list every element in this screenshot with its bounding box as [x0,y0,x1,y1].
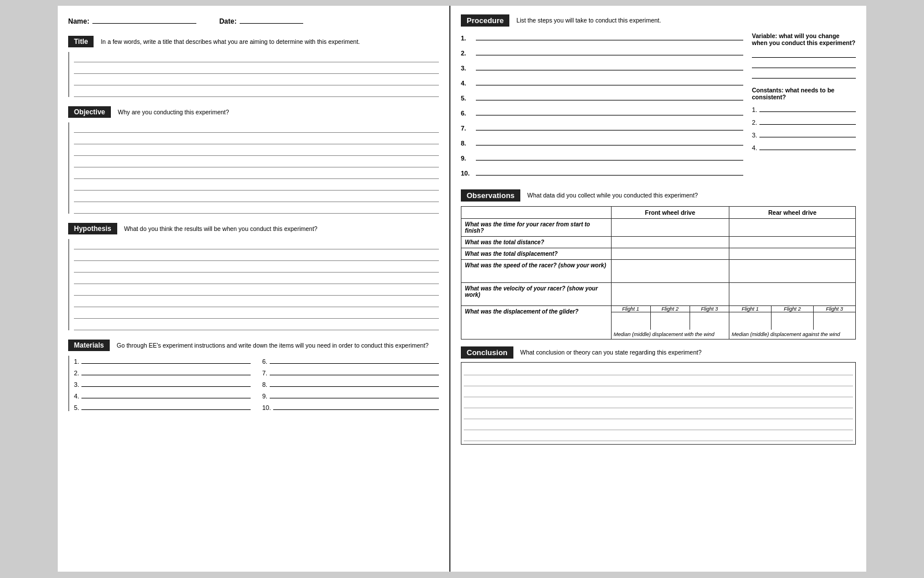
const-input-2[interactable] [759,117,856,125]
materials-input-3[interactable] [81,379,251,387]
step-input-8[interactable] [476,137,743,146]
flight-r2: Flight 2 [772,306,814,312]
obs-front-1[interactable] [611,219,729,237]
step-input-2[interactable] [476,47,743,55]
obs-rear-3[interactable] [729,248,856,260]
step-input-9[interactable] [476,152,743,161]
glider-front-f2[interactable] [651,312,690,330]
step-input-10[interactable] [476,167,743,176]
materials-item-2: 2. [74,367,251,376]
objective-instruction: Why are you conducting this experiment? [118,106,229,117]
conclusion-line[interactable] [464,431,853,441]
step-input-7[interactable] [476,122,743,130]
materials-num-4: 4. [74,393,79,400]
left-panel: Name: Date: Title In a few words, write … [58,6,450,572]
objective-writing-lines [68,122,439,214]
materials-num-2: 2. [74,370,79,376]
materials-item-9: 9. [262,390,439,400]
writing-line[interactable] [74,274,439,284]
writing-line[interactable] [74,157,439,167]
step-input-4[interactable] [476,77,743,85]
step-input-6[interactable] [476,107,743,115]
materials-item-7: 7. [262,367,439,376]
writing-line[interactable] [74,251,439,261]
obs-front-3[interactable] [611,248,729,260]
const-input-1[interactable] [759,104,856,112]
constants-section: Constants: what needs to be consistent? … [752,87,856,151]
obs-rear-5[interactable] [729,283,856,306]
step-input-1[interactable] [476,32,743,40]
var-input-2[interactable] [752,60,856,68]
writing-line[interactable] [74,239,439,249]
step-input-5[interactable] [476,92,743,100]
materials-input-8[interactable] [270,379,439,387]
var-input-3[interactable] [752,70,856,79]
glider-rear-f3[interactable] [814,312,855,330]
date-input-line[interactable] [240,23,303,24]
date-label: Date: [219,17,237,25]
conclusion-line[interactable] [464,365,853,375]
writing-line[interactable] [74,297,439,307]
conclusion-line[interactable] [464,398,853,408]
writing-line[interactable] [74,169,439,179]
writing-line[interactable] [74,262,439,273]
step-num-1: 1. [461,35,472,42]
obs-rear-2[interactable] [729,237,856,248]
writing-line[interactable] [74,52,439,62]
procedure-step-4: 4. [461,77,743,87]
step-num-7: 7. [461,125,472,132]
materials-num-7: 7. [262,370,267,376]
materials-input-9[interactable] [270,390,439,398]
observations-table: Front wheel drive Rear wheel drive What … [461,206,856,340]
materials-input-10[interactable] [273,402,439,410]
step-num-3: 3. [461,65,472,72]
var-input-1[interactable] [752,50,856,58]
materials-input-2[interactable] [81,367,251,375]
conclusion-line[interactable] [464,376,853,386]
const-num-1: 1. [752,106,757,113]
name-input-line[interactable] [92,23,196,24]
obs-front-5[interactable] [611,283,729,306]
step-input-3[interactable] [476,62,743,70]
materials-item-5: 5. [74,402,251,411]
obs-front-4[interactable] [611,260,729,283]
const-input-4[interactable] [759,142,856,150]
writing-line[interactable] [74,180,439,191]
writing-line[interactable] [74,320,439,330]
obs-label-4: What was the speed of the racer? (show y… [461,260,612,283]
const-item-1: 1. [752,104,856,113]
name-date-row: Name: Date: [68,17,439,25]
writing-line[interactable] [74,285,439,296]
obs-rear-4[interactable] [729,260,856,283]
writing-line[interactable] [74,146,439,156]
name-label: Name: [68,17,90,25]
glider-front-f1[interactable] [612,312,651,330]
writing-line[interactable] [74,122,439,133]
materials-input-5[interactable] [81,402,251,410]
glider-rear-f1[interactable] [729,312,772,330]
glider-rear-f2[interactable] [772,312,814,330]
glider-front-f3[interactable] [690,312,729,330]
const-input-3[interactable] [759,129,856,137]
writing-line[interactable] [74,64,439,74]
obs-rear-1[interactable] [729,219,856,237]
conclusion-line[interactable] [464,420,853,430]
step-num-4: 4. [461,80,472,87]
writing-line[interactable] [74,308,439,319]
obs-front-2[interactable] [611,237,729,248]
const-num-2: 2. [752,119,757,126]
conclusion-line[interactable] [464,387,853,397]
materials-input-4[interactable] [81,390,251,398]
materials-input-6[interactable] [270,356,439,364]
writing-line[interactable] [74,75,439,85]
writing-line[interactable] [74,192,439,202]
writing-line[interactable] [74,87,439,97]
materials-input-1[interactable] [81,356,251,364]
conclusion-line[interactable] [464,409,853,419]
materials-item-6: 6. [262,356,439,365]
writing-line[interactable] [74,203,439,214]
procedure-variables: Variable: what will you change when you … [752,32,856,182]
step-num-5: 5. [461,95,472,102]
materials-input-7[interactable] [270,367,439,375]
writing-line[interactable] [74,134,439,144]
